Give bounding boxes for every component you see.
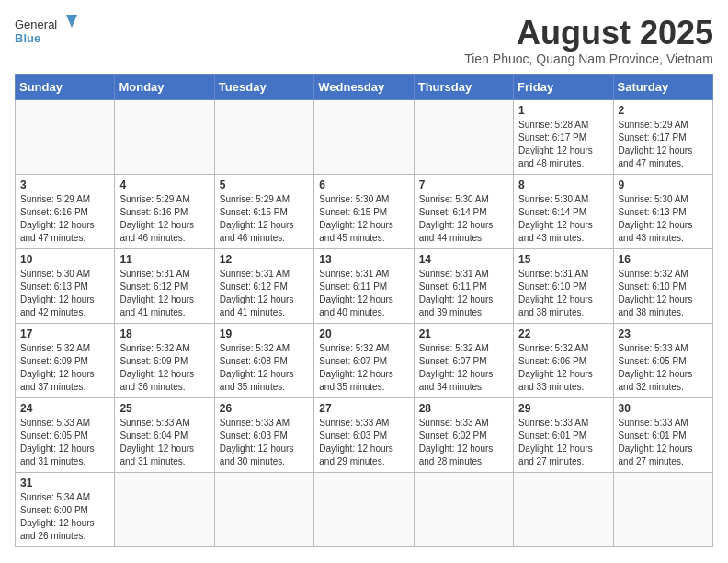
logo: General Blue (15, 15, 79, 48)
day-number: 30 (619, 402, 708, 415)
day-number: 4 (119, 178, 209, 191)
calendar-cell (514, 472, 613, 546)
day-number: 6 (319, 178, 408, 191)
day-info: Sunrise: 5:29 AM Sunset: 6:16 PM Dayligh… (119, 193, 209, 245)
calendar-cell: 26Sunrise: 5:33 AM Sunset: 6:03 PM Dayli… (214, 397, 313, 472)
day-number: 11 (119, 253, 209, 266)
day-number: 5 (220, 178, 309, 191)
calendar-cell: 15Sunrise: 5:31 AM Sunset: 6:10 PM Dayli… (514, 248, 613, 323)
calendar-cell (613, 472, 712, 546)
day-info: Sunrise: 5:31 AM Sunset: 6:10 PM Dayligh… (518, 268, 608, 319)
weekday-header-thursday: Thursday (414, 74, 513, 99)
calendar-cell: 4Sunrise: 5:29 AM Sunset: 6:16 PM Daylig… (115, 174, 214, 248)
calendar-cell (16, 99, 115, 174)
calendar-cell: 30Sunrise: 5:33 AM Sunset: 6:01 PM Dayli… (613, 397, 712, 472)
day-number: 20 (319, 327, 408, 340)
calendar-cell: 25Sunrise: 5:33 AM Sunset: 6:04 PM Dayli… (115, 397, 214, 472)
calendar-cell: 7Sunrise: 5:30 AM Sunset: 6:14 PM Daylig… (414, 174, 513, 248)
calendar-cell: 18Sunrise: 5:32 AM Sunset: 6:09 PM Dayli… (115, 323, 214, 397)
day-number: 17 (20, 327, 109, 340)
day-number: 28 (419, 402, 508, 415)
calendar-cell: 21Sunrise: 5:32 AM Sunset: 6:07 PM Dayli… (414, 323, 513, 397)
day-number: 18 (119, 327, 209, 340)
weekday-header-wednesday: Wednesday (314, 74, 414, 99)
day-info: Sunrise: 5:33 AM Sunset: 6:02 PM Dayligh… (419, 417, 508, 468)
calendar-cell (314, 99, 414, 174)
weekday-header-monday: Monday (115, 74, 214, 99)
day-number: 27 (319, 402, 408, 415)
day-info: Sunrise: 5:33 AM Sunset: 6:04 PM Dayligh… (119, 417, 209, 468)
day-info: Sunrise: 5:31 AM Sunset: 6:12 PM Dayligh… (220, 268, 309, 319)
day-number: 19 (220, 327, 309, 340)
day-number: 21 (419, 327, 508, 340)
day-info: Sunrise: 5:31 AM Sunset: 6:11 PM Dayligh… (319, 268, 408, 319)
calendar-cell (414, 472, 513, 546)
calendar-cell: 6Sunrise: 5:30 AM Sunset: 6:15 PM Daylig… (314, 174, 414, 248)
day-number: 9 (619, 178, 708, 191)
calendar-cell: 10Sunrise: 5:30 AM Sunset: 6:13 PM Dayli… (16, 248, 115, 323)
day-number: 24 (20, 402, 109, 415)
generalblue-logo-icon: General Blue (15, 15, 79, 48)
calendar-subtitle: Tien Phuoc, Quang Nam Province, Vietnam (464, 52, 713, 66)
day-number: 10 (20, 253, 109, 266)
day-info: Sunrise: 5:33 AM Sunset: 6:05 PM Dayligh… (619, 342, 708, 394)
day-info: Sunrise: 5:28 AM Sunset: 6:17 PM Dayligh… (518, 119, 608, 170)
calendar-cell: 29Sunrise: 5:33 AM Sunset: 6:01 PM Dayli… (514, 397, 613, 472)
week-row-6: 31Sunrise: 5:34 AM Sunset: 6:00 PM Dayli… (16, 472, 713, 546)
calendar-cell: 3Sunrise: 5:29 AM Sunset: 6:16 PM Daylig… (16, 174, 115, 248)
calendar-cell: 17Sunrise: 5:32 AM Sunset: 6:09 PM Dayli… (16, 323, 115, 397)
calendar-cell: 13Sunrise: 5:31 AM Sunset: 6:11 PM Dayli… (314, 248, 414, 323)
day-info: Sunrise: 5:32 AM Sunset: 6:09 PM Dayligh… (20, 342, 109, 394)
svg-text:Blue: Blue (15, 31, 40, 45)
day-number: 8 (518, 178, 608, 191)
day-info: Sunrise: 5:31 AM Sunset: 6:11 PM Dayligh… (419, 268, 508, 319)
day-number: 25 (119, 402, 209, 415)
day-number: 31 (20, 477, 109, 489)
day-info: Sunrise: 5:30 AM Sunset: 6:13 PM Dayligh… (20, 268, 109, 319)
day-info: Sunrise: 5:32 AM Sunset: 6:07 PM Dayligh… (319, 342, 408, 394)
day-number: 23 (619, 327, 708, 340)
day-info: Sunrise: 5:29 AM Sunset: 6:16 PM Dayligh… (20, 193, 109, 245)
calendar-cell: 5Sunrise: 5:29 AM Sunset: 6:15 PM Daylig… (214, 174, 313, 248)
calendar-cell (115, 472, 214, 546)
calendar-cell: 19Sunrise: 5:32 AM Sunset: 6:08 PM Dayli… (214, 323, 313, 397)
page-header: General Blue August 2025 Tien Phuoc, Qua… (15, 15, 713, 66)
day-info: Sunrise: 5:33 AM Sunset: 6:01 PM Dayligh… (619, 417, 708, 468)
day-info: Sunrise: 5:33 AM Sunset: 6:01 PM Dayligh… (518, 417, 608, 468)
calendar-title: August 2025 (464, 15, 713, 52)
calendar-cell: 23Sunrise: 5:33 AM Sunset: 6:05 PM Dayli… (613, 323, 712, 397)
calendar-cell: 2Sunrise: 5:29 AM Sunset: 6:17 PM Daylig… (613, 99, 712, 174)
calendar-cell: 31Sunrise: 5:34 AM Sunset: 6:00 PM Dayli… (16, 472, 115, 546)
week-row-3: 10Sunrise: 5:30 AM Sunset: 6:13 PM Dayli… (16, 248, 713, 323)
day-info: Sunrise: 5:29 AM Sunset: 6:17 PM Dayligh… (619, 119, 708, 170)
calendar-cell (214, 99, 313, 174)
calendar-cell (115, 99, 214, 174)
calendar-cell: 11Sunrise: 5:31 AM Sunset: 6:12 PM Dayli… (115, 248, 214, 323)
calendar-cell: 16Sunrise: 5:32 AM Sunset: 6:10 PM Dayli… (613, 248, 712, 323)
svg-marker-2 (66, 15, 77, 28)
day-info: Sunrise: 5:34 AM Sunset: 6:00 PM Dayligh… (20, 491, 109, 543)
calendar-table: SundayMondayTuesdayWednesdayThursdayFrid… (15, 74, 713, 547)
title-block: August 2025 Tien Phuoc, Quang Nam Provin… (464, 15, 713, 66)
calendar-cell: 12Sunrise: 5:31 AM Sunset: 6:12 PM Dayli… (214, 248, 313, 323)
day-number: 7 (419, 178, 508, 191)
calendar-cell: 20Sunrise: 5:32 AM Sunset: 6:07 PM Dayli… (314, 323, 414, 397)
day-info: Sunrise: 5:33 AM Sunset: 6:03 PM Dayligh… (319, 417, 408, 468)
week-row-5: 24Sunrise: 5:33 AM Sunset: 6:05 PM Dayli… (16, 397, 713, 472)
day-info: Sunrise: 5:32 AM Sunset: 6:07 PM Dayligh… (419, 342, 508, 394)
calendar-cell: 24Sunrise: 5:33 AM Sunset: 6:05 PM Dayli… (16, 397, 115, 472)
day-info: Sunrise: 5:31 AM Sunset: 6:12 PM Dayligh… (119, 268, 209, 319)
day-info: Sunrise: 5:32 AM Sunset: 6:08 PM Dayligh… (220, 342, 309, 394)
day-info: Sunrise: 5:30 AM Sunset: 6:14 PM Dayligh… (518, 193, 608, 245)
day-number: 29 (518, 402, 608, 415)
weekday-header-tuesday: Tuesday (214, 74, 313, 99)
day-info: Sunrise: 5:30 AM Sunset: 6:14 PM Dayligh… (419, 193, 508, 245)
calendar-cell: 14Sunrise: 5:31 AM Sunset: 6:11 PM Dayli… (414, 248, 513, 323)
weekday-header-friday: Friday (514, 74, 613, 99)
calendar-cell: 9Sunrise: 5:30 AM Sunset: 6:13 PM Daylig… (613, 174, 712, 248)
day-number: 1 (518, 104, 608, 117)
day-number: 22 (518, 327, 608, 340)
calendar-cell: 8Sunrise: 5:30 AM Sunset: 6:14 PM Daylig… (514, 174, 613, 248)
day-number: 16 (619, 253, 708, 266)
calendar-cell: 1Sunrise: 5:28 AM Sunset: 6:17 PM Daylig… (514, 99, 613, 174)
